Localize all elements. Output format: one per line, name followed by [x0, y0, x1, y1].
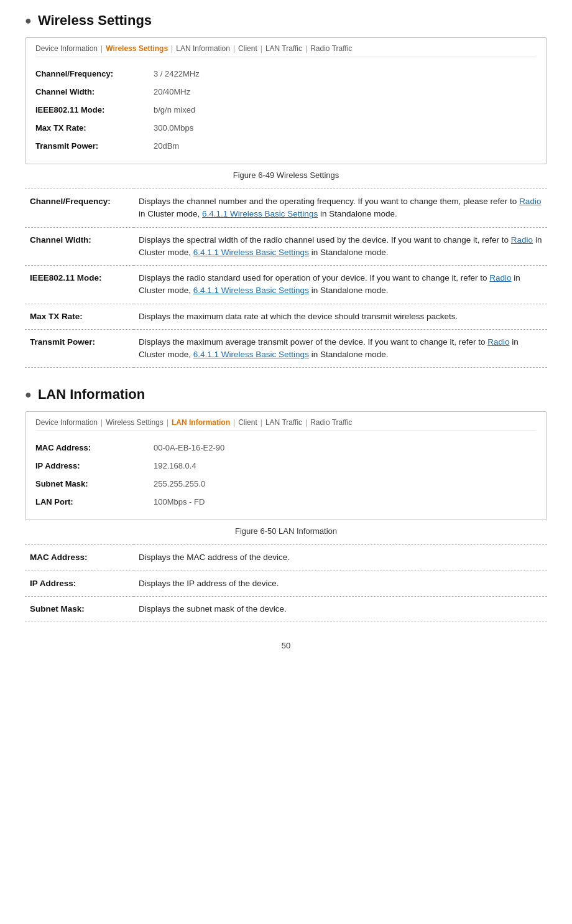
wireless-field-ieee-mode: IEEE802.11 Mode: b/g/n mixed [35, 101, 537, 119]
page-number: 50 [25, 641, 547, 650]
lan-section-heading: ● LAN Information [25, 386, 547, 403]
lan-label-port: LAN Port: [35, 497, 154, 506]
table-row: Transmit Power: Displays the maximum ave… [25, 329, 547, 368]
link-wireless-basic-2[interactable]: 6.4.1.1 Wireless Basic Settings [193, 248, 309, 257]
wireless-nav-bar: Device Information | Wireless Settings |… [35, 44, 537, 57]
wireless-label-channel-freq: Channel/Frequency: [35, 69, 154, 78]
wireless-field-transmit-power: Transmit Power: 20dBm [35, 137, 537, 155]
link-radio-cluster-3[interactable]: Radio [489, 273, 511, 282]
wireless-label-max-tx: Max TX Rate: [35, 123, 154, 133]
lan-field-subnet: Subnet Mask: 255.255.255.0 [35, 475, 537, 493]
table-row: Channel/Frequency: Displays the channel … [25, 189, 547, 228]
lan-label-ip: IP Address: [35, 461, 154, 470]
table-row: Subnet Mask: Displays the subnet mask of… [25, 596, 547, 622]
lan-value-mac: 00-0A-EB-16-E2-90 [154, 443, 224, 452]
wireless-screenshot-box: Device Information | Wireless Settings |… [25, 37, 547, 164]
link-radio-cluster-4[interactable]: Radio [487, 337, 509, 347]
term-mac: MAC Address: [25, 545, 134, 571]
table-row: IP Address: Displays the IP address of t… [25, 571, 547, 596]
wireless-value-max-tx: 300.0Mbps [154, 123, 193, 133]
term-max-tx: Max TX Rate: [25, 304, 134, 329]
lan-desc-table: MAC Address: Displays the MAC address of… [25, 544, 547, 622]
def-ieee-mode: Displays the radio standard used for ope… [134, 266, 547, 304]
lan-value-port: 100Mbps - FD [154, 497, 205, 506]
wireless-label-channel-width: Channel Width: [35, 87, 154, 96]
lan-value-subnet: 255.255.255.0 [154, 479, 205, 488]
lan-heading: LAN Information [38, 386, 145, 403]
def-channel-freq: Displays the channel number and the oper… [134, 189, 547, 228]
wireless-heading: Wireless Settings [38, 12, 152, 29]
wireless-section-heading: ● Wireless Settings [25, 12, 547, 29]
link-radio-cluster-2[interactable]: Radio [511, 235, 533, 245]
wireless-field-channel-width: Channel Width: 20/40MHz [35, 83, 537, 101]
lan-nav-client[interactable]: Client [238, 418, 257, 427]
def-transmit-power: Displays the maximum average transmit po… [134, 329, 547, 368]
lan-field-mac: MAC Address: 00-0A-EB-16-E2-90 [35, 439, 537, 457]
wireless-desc-table: Channel/Frequency: Displays the channel … [25, 189, 547, 368]
def-subnet: Displays the subnet mask of the device. [134, 596, 547, 622]
table-row: Channel Width: Displays the spectral wid… [25, 227, 547, 266]
wireless-value-transmit-power: 20dBm [154, 141, 179, 151]
term-channel-freq: Channel/Frequency: [25, 189, 134, 228]
lan-field-port: LAN Port: 100Mbps - FD [35, 493, 537, 511]
term-transmit-power: Transmit Power: [25, 329, 134, 368]
wireless-value-ieee-mode: b/g/n mixed [154, 105, 195, 114]
lan-nav-radio-traffic[interactable]: Radio Traffic [310, 418, 352, 427]
def-channel-width: Displays the spectral width of the radio… [134, 227, 547, 266]
lan-nav-lan-info[interactable]: LAN Information [172, 418, 230, 427]
wireless-value-channel-width: 20/40MHz [154, 87, 190, 96]
lan-figure-caption: Figure 6-50 LAN Information [25, 526, 547, 536]
lan-nav-bar: Device Information | Wireless Settings |… [35, 418, 537, 431]
term-ieee-mode: IEEE802.11 Mode: [25, 266, 134, 304]
term-channel-width: Channel Width: [25, 227, 134, 266]
table-row: IEEE802.11 Mode: Displays the radio stan… [25, 266, 547, 304]
def-ip: Displays the IP address of the device. [134, 571, 547, 596]
lan-label-mac: MAC Address: [35, 443, 154, 452]
wireless-nav-lan-info[interactable]: LAN Information [176, 44, 230, 53]
lan-nav-lan-traffic[interactable]: LAN Traffic [265, 418, 302, 427]
link-radio-cluster-1[interactable]: Radio [519, 197, 541, 206]
term-subnet: Subnet Mask: [25, 596, 134, 622]
wireless-nav-wireless-settings[interactable]: Wireless Settings [106, 44, 168, 53]
lan-value-ip: 192.168.0.4 [154, 461, 196, 470]
wireless-bullet: ● [25, 15, 32, 26]
wireless-nav-radio-traffic[interactable]: Radio Traffic [310, 44, 352, 53]
link-wireless-basic-4[interactable]: 6.4.1.1 Wireless Basic Settings [193, 350, 309, 359]
wireless-nav-lan-traffic[interactable]: LAN Traffic [265, 44, 302, 53]
table-row: MAC Address: Displays the MAC address of… [25, 545, 547, 571]
def-max-tx: Displays the maximum data rate at which … [134, 304, 547, 329]
wireless-label-transmit-power: Transmit Power: [35, 141, 154, 151]
wireless-figure-caption: Figure 6-49 Wireless Settings [25, 170, 547, 180]
def-mac: Displays the MAC address of the device. [134, 545, 547, 571]
link-wireless-basic-1[interactable]: 6.4.1.1 Wireless Basic Settings [202, 209, 318, 218]
wireless-value-channel-freq: 3 / 2422MHz [154, 69, 200, 78]
link-wireless-basic-3[interactable]: 6.4.1.1 Wireless Basic Settings [193, 286, 309, 295]
table-row: Max TX Rate: Displays the maximum data r… [25, 304, 547, 329]
lan-nav-wireless-settings[interactable]: Wireless Settings [106, 418, 164, 427]
lan-nav-device-info[interactable]: Device Information [35, 418, 98, 427]
wireless-field-channel-freq: Channel/Frequency: 3 / 2422MHz [35, 65, 537, 83]
wireless-field-max-tx: Max TX Rate: 300.0Mbps [35, 119, 537, 137]
wireless-nav-device-info[interactable]: Device Information [35, 44, 98, 53]
wireless-nav-client[interactable]: Client [238, 44, 257, 53]
lan-field-ip: IP Address: 192.168.0.4 [35, 457, 537, 475]
lan-bullet: ● [25, 389, 32, 400]
lan-label-subnet: Subnet Mask: [35, 479, 154, 488]
term-ip: IP Address: [25, 571, 134, 596]
wireless-label-ieee-mode: IEEE802.11 Mode: [35, 105, 154, 114]
lan-screenshot-box: Device Information | Wireless Settings |… [25, 411, 547, 520]
